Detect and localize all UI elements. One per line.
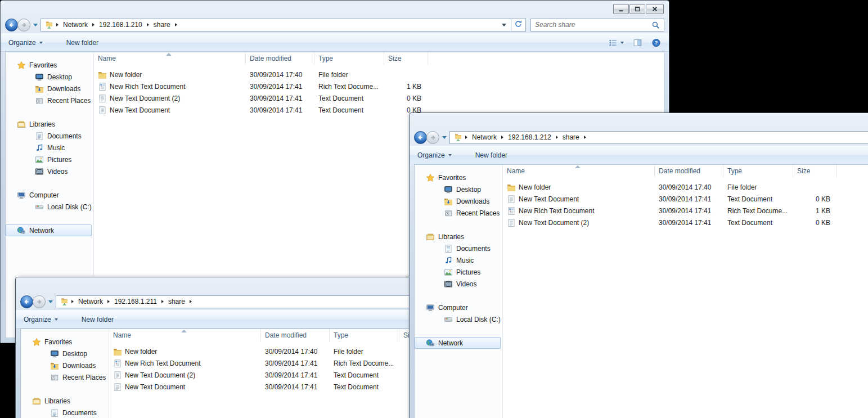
views-button[interactable] [608,38,624,47]
forward-button[interactable] [33,295,46,308]
favorites-star-icon [426,173,435,182]
back-button[interactable] [414,131,427,144]
sidebar-item-downloads[interactable]: Downloads [415,195,502,207]
sidebar-item-label: Desktop [62,350,87,358]
organize-button[interactable]: Organize [8,34,43,51]
sidebar-item-favorites[interactable]: Favorites [21,336,109,348]
search-input[interactable]: Search share [530,19,664,32]
sidebar-item-pictures[interactable]: Pictures [6,154,93,165]
file-row[interactable]: New Text Document (2)30/09/2014 17:41Tex… [94,92,664,104]
column-header-date[interactable]: Date modified [655,165,723,177]
back-button[interactable] [20,295,33,308]
column-header-date[interactable]: Date modified [261,329,330,341]
sidebar-item-documents[interactable]: Documents [6,130,93,142]
titlebar[interactable] [410,113,868,129]
sidebar-item-documents[interactable]: Documents [21,407,109,418]
sidebar-item-recent-places[interactable]: Recent Places [6,95,93,106]
recent-pages-chevron-down-icon[interactable] [442,136,447,139]
sidebar-item-desktop[interactable]: Desktop [6,71,93,83]
pictures-icon [444,268,453,277]
sidebar-item-network[interactable]: Network [415,337,501,349]
sidebar-item-computer[interactable]: Computer [6,189,93,201]
help-button[interactable]: ? [651,38,661,47]
sidebar-item-desktop[interactable]: Desktop [415,183,502,195]
sidebar-item-downloads[interactable]: Downloads [6,83,93,95]
column-header-date[interactable]: Date modified [246,52,314,65]
sidebar-item-computer[interactable]: Computer [415,302,502,313]
column-header-type[interactable]: Type [330,329,399,341]
sidebar-item-libraries[interactable]: Libraries [415,231,502,242]
sidebar-item-libraries[interactable]: Libraries [6,118,93,130]
file-date: 30/09/2014 17:41 [261,371,330,379]
sidebar-item-libraries[interactable]: Libraries [21,395,109,407]
sidebar-item-desktop[interactable]: Desktop [21,348,109,359]
file-type: Text Document [314,95,384,102]
sidebar-item-network[interactable]: Network [6,224,92,236]
organize-button[interactable]: Organize [24,311,58,328]
recent-pages-chevron-down-icon[interactable] [33,24,38,26]
folder-icon [113,347,122,356]
sidebar-item-label: Desktop [47,73,72,81]
maximize-button[interactable] [629,4,645,14]
sidebar-item-videos[interactable]: Videos [6,165,93,177]
sidebar-item-downloads[interactable]: Downloads [21,359,109,371]
search-icon[interactable] [651,21,660,29]
recent-pages-chevron-down-icon[interactable] [48,300,53,303]
column-header-type[interactable]: Type [723,165,793,177]
new-folder-button[interactable]: New folder [82,311,114,328]
breadcrumb-item[interactable]: 192.168.1.212 [505,133,555,141]
column-header-size[interactable]: Size [384,52,428,65]
breadcrumb-item[interactable]: share [559,133,583,141]
forward-button[interactable] [17,19,30,32]
address-row: Network192.168.1.212share Search share [410,129,868,146]
breadcrumb-item[interactable]: Network [60,21,91,29]
sidebar-item-favorites[interactable]: Favorites [6,59,93,71]
organize-button[interactable]: Organize [417,146,452,164]
breadcrumb-item[interactable]: Network [75,298,106,305]
close-button[interactable] [646,4,664,14]
new-folder-button[interactable]: New folder [66,34,98,51]
sidebar-item-label: Downloads [62,362,96,370]
sidebar-item-label: Computer [29,191,59,199]
svg-text:?: ? [655,39,658,46]
file-row[interactable]: New folder30/09/2014 17:40File folder [503,181,868,193]
file-row[interactable]: New Rich Text Document30/09/2014 17:41Ri… [503,205,868,217]
breadcrumb-item[interactable]: 192.168.1.211 [111,298,160,305]
folder-icon [98,70,107,79]
breadcrumb-item[interactable]: share [165,298,188,305]
minimize-button[interactable] [613,4,629,14]
sidebar-item-music[interactable]: Music [415,254,502,266]
sidebar-item-videos[interactable]: Videos [415,278,502,290]
file-row[interactable]: New folder30/09/2014 17:40File folder [94,69,664,80]
sidebar-item-recent-places[interactable]: Recent Places [415,207,502,219]
forward-button[interactable] [426,131,439,144]
file-name-cell: New Text Document [109,383,261,392]
address-bar[interactable]: Network192.168.1.212share [449,131,868,144]
breadcrumb-item[interactable]: Network [469,133,500,141]
address-bar[interactable]: Network192.168.1.210share [41,19,511,32]
file-row[interactable]: New Text Document30/09/2014 17:41Text Do… [503,193,868,205]
preview-pane-button[interactable] [633,38,642,47]
refresh-button[interactable] [511,19,526,32]
column-header-size[interactable]: Size [793,165,837,177]
file-name-cell: New Text Document (2) [503,218,655,227]
file-row[interactable]: New Rich Text Document30/09/2014 17:41Ri… [94,80,664,92]
local-disk-icon [35,203,44,212]
new-folder-button[interactable]: New folder [475,146,507,164]
sidebar-item-pictures[interactable]: Pictures [415,266,502,278]
sidebar-item-favorites[interactable]: Favorites [415,172,502,183]
sidebar-item-music[interactable]: Music [6,142,93,154]
address-chevron-down-icon[interactable] [502,24,509,26]
sidebar-item-recent-places[interactable]: Recent Places [21,371,109,383]
file-name-cell: New Rich Text Document [503,206,655,215]
breadcrumb-item[interactable]: 192.168.1.210 [96,21,146,29]
sidebar-item-local-disk-c[interactable]: Local Disk (C:) [415,313,502,325]
titlebar[interactable] [1,1,669,16]
sidebar-item-documents[interactable]: Documents [415,242,502,254]
column-header-type[interactable]: Type [314,52,384,65]
file-row[interactable]: New Text Document (2)30/09/2014 17:41Tex… [503,217,868,228]
sidebar-item-local-disk-c[interactable]: Local Disk (C:) [6,201,93,213]
back-button[interactable] [5,19,18,32]
navigation-pane: FavoritesDesktopDownloadsRecent PlacesLi… [415,165,503,418]
breadcrumb-item[interactable]: share [150,21,174,29]
